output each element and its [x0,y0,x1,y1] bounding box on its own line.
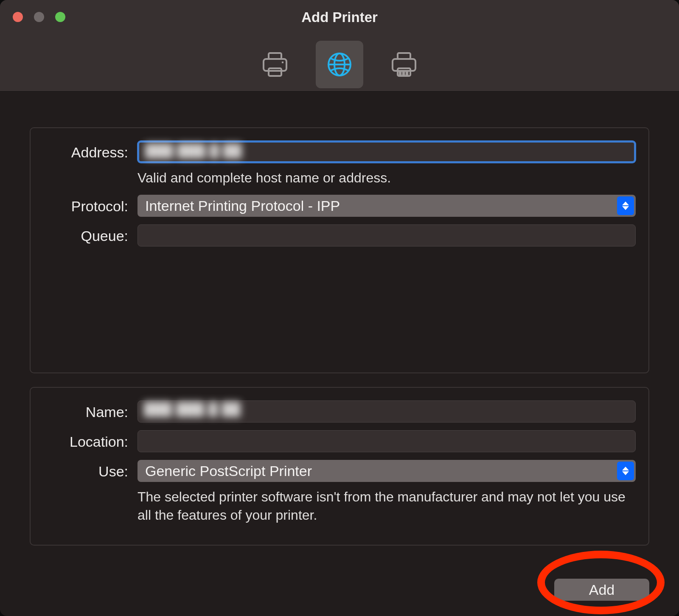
protocol-label: Protocol: [43,195,137,215]
windows-printer-icon [391,52,417,77]
name-row: Name: ███ ███.█ ██ [43,400,636,423]
tab-ip[interactable] [316,41,363,88]
svg-point-10 [399,71,401,73]
printer-icon [262,52,288,77]
address-row: Address: ███ ███.█ ██ Valid and complete… [43,141,636,187]
tab-default[interactable] [251,41,299,88]
use-select[interactable]: Generic PostScript Printer [137,460,636,482]
name-value: ███ ███.█ ██ [144,402,241,416]
queue-input[interactable] [137,224,636,246]
footer: Add [554,579,649,601]
titlebar: Add Printer [0,0,679,92]
globe-icon [327,52,352,77]
protocol-row: Protocol: Internet Printing Protocol - I… [43,195,636,217]
location-row: Location: [43,430,636,452]
queue-label: Queue: [43,224,137,244]
svg-rect-0 [269,53,281,59]
add-printer-window: Add Printer [0,0,679,616]
content-area: Address: ███ ███.█ ██ Valid and complete… [0,104,679,616]
svg-point-11 [403,71,404,73]
use-hint: The selected printer software isn't from… [137,488,636,524]
address-input[interactable]: ███ ███.█ ██ [137,141,636,163]
name-label: Name: [43,400,137,420]
svg-point-14 [403,73,404,75]
use-row: Use: Generic PostScript Printer The sele… [43,460,636,524]
address-value: ███ ███.█ ██ [145,143,242,157]
details-panel: Name: ███ ███.█ ██ Location: Use: Generi… [30,387,649,546]
chevron-up-down-icon [617,462,634,480]
protocol-value: Internet Printing Protocol - IPP [145,198,340,214]
window-title: Add Printer [0,9,679,25]
tab-windows[interactable] [380,41,428,88]
name-input[interactable]: ███ ███.█ ██ [137,400,636,423]
address-label: Address: [43,141,137,161]
svg-point-12 [406,71,407,73]
queue-row: Queue: [43,224,636,246]
chevron-up-down-icon [617,196,634,215]
add-button[interactable]: Add [554,579,649,601]
location-label: Location: [43,430,137,450]
svg-rect-2 [269,68,281,76]
svg-point-15 [406,73,407,75]
connection-panel: Address: ███ ███.█ ██ Valid and complete… [30,127,649,373]
location-input[interactable] [137,430,636,452]
use-label: Use: [43,460,137,480]
protocol-select[interactable]: Internet Printing Protocol - IPP [137,195,636,217]
svg-rect-7 [398,53,410,59]
toolbar-tabs [0,35,679,88]
address-hint: Valid and complete host name or address. [137,169,636,187]
use-value: Generic PostScript Printer [145,463,312,479]
svg-point-13 [399,73,401,75]
